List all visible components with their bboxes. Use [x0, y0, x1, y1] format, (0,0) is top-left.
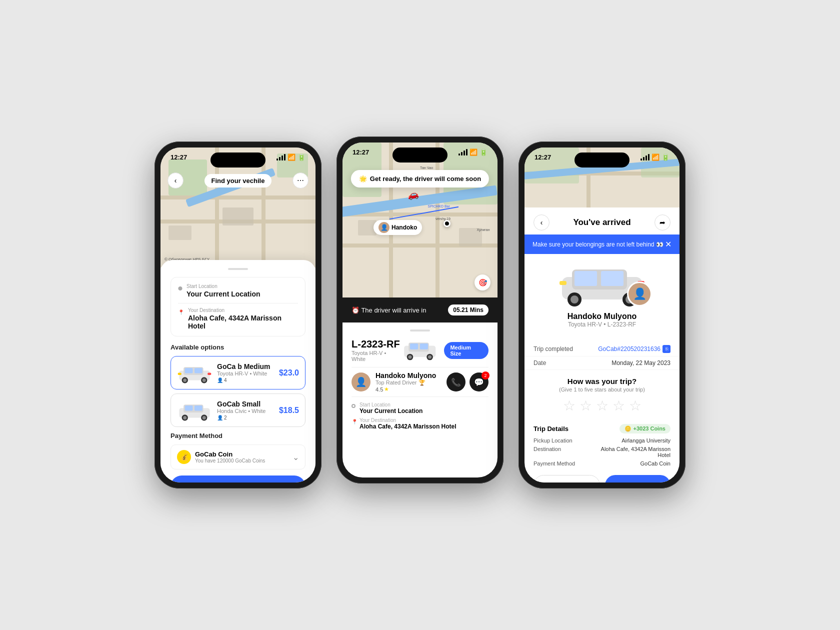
stars: ☆ ☆ ☆ ☆ ☆: [534, 398, 670, 414]
payment-value-p3: GoCab Coin: [640, 460, 670, 466]
driver-tag: Top Rated Driver 🏆: [376, 380, 446, 386]
payment-row[interactable]: 💰 GoCab Coin You have 120000 GoCab Coins…: [170, 444, 306, 470]
dynamic-island: [210, 152, 266, 168]
time-p2: 12:27: [352, 148, 369, 156]
chat-btn[interactable]: 💬 2: [470, 372, 488, 392]
svg-point-23: [408, 355, 412, 358]
download-bill-button[interactable]: Download Bill: [605, 475, 670, 482]
notif-badge: 2: [482, 372, 490, 380]
call-btn[interactable]: 📞: [446, 372, 466, 392]
available-label: Available options: [170, 344, 306, 351]
drag-handle-p2: [410, 330, 430, 332]
p3-driver-section: 👤 Handoko Mulyono Toyota HR-V • L-2323-R…: [524, 254, 680, 342]
td-title: Trip Details: [534, 425, 568, 432]
copy-icon[interactable]: ⎘: [662, 345, 670, 353]
vehicle-img-1: [177, 399, 212, 422]
compass[interactable]: 🎯: [474, 274, 490, 290]
plate-number: L-2323-RF: [352, 338, 400, 350]
svg-point-31: [570, 296, 578, 304]
p3-driver-avatar: 👤: [627, 282, 652, 306]
loc-dot: [352, 404, 356, 408]
destination-row: Destination Aloha Cafe, 4342A Marisson H…: [534, 446, 670, 458]
p2-start-value: Your Current Location: [360, 408, 422, 414]
payment-info: GoCab Coin You have 120000 GoCab Coins: [195, 450, 265, 464]
vehicle-name-1: GoCab Small: [217, 400, 274, 408]
drag-handle: [228, 268, 248, 270]
phone2-status-bar: 12:27 📶 🔋: [342, 142, 498, 159]
vehicle-sub-1: Honda Civic • White: [217, 408, 274, 414]
share-btn-p3[interactable]: ➦: [654, 214, 670, 230]
phone1-status-bar: 12:27 📶 🔋: [160, 148, 316, 164]
p3-bottom-btns: Back to home Download Bill: [524, 469, 680, 482]
date-value: Monday, 22 May 2023: [612, 360, 670, 366]
arrival-emoji: 🌟: [359, 175, 367, 182]
driver-arrival-bar: ⏰ The driver will arrive in 05.21 Mins: [342, 298, 498, 322]
alert-banner: Make sure your belongings are not left b…: [524, 234, 680, 254]
payment-left: 💰 GoCab Coin You have 120000 GoCab Coins: [177, 450, 265, 464]
dest-label: Your Destination: [188, 308, 298, 313]
location-section: ⬤ Start Location Your Current Location 📍…: [170, 277, 306, 336]
back-btn-p3[interactable]: ‹: [534, 214, 550, 230]
phone1-bottom-card: ⬤ Start Location Your Current Location 📍…: [160, 260, 316, 482]
vehicle-price-0: $23.0: [279, 368, 299, 378]
p2-dest-value: Aloha Cafe, 4342A Marisson Hotel: [360, 423, 456, 430]
phone-2: 🚗 👤 Handoko 🎯 Тан Чао vershy.19 Хулиган …: [336, 136, 504, 484]
destination-dot: [444, 220, 450, 227]
svg-rect-3: [194, 368, 202, 374]
vehicle-info-1: GoCab Small Honda Civic • White 👤2: [217, 400, 274, 420]
star-1[interactable]: ☆: [563, 398, 576, 414]
trip-details-section: Trip Details 🪙 +3023 Coins Pickup Locati…: [524, 419, 680, 466]
vehicle-price-1: $18.5: [279, 406, 299, 415]
vehicle-info-0: GoCa b Medium Toyota HR-V • White 👤4: [217, 362, 274, 383]
driver-pin: 👤 Handoko: [374, 220, 422, 235]
vehicle-card-1[interactable]: GoCab Small Honda Civic • White 👤2 $18.5: [170, 394, 306, 427]
svg-rect-20: [410, 344, 418, 350]
p3-driver-car: Toyota HR-V • L-2323-RF: [568, 321, 636, 328]
payment-label-p3: Payment Method: [534, 460, 575, 466]
phone-1: © Обновление НРБ БГУ 12:27 📶 �: [154, 142, 322, 488]
date-label: Date: [534, 360, 546, 366]
alert-msg: Make sure your belongings are not left b…: [532, 241, 664, 248]
trip-completed-row: Trip completed GoCab#220520231636 ⎘: [524, 342, 680, 356]
star-4[interactable]: ☆: [612, 398, 625, 414]
driver-rating: 4.5 ★: [376, 386, 446, 392]
star-5[interactable]: ☆: [629, 398, 642, 414]
find-driver-button[interactable]: Find Driver: [170, 476, 306, 482]
star-2[interactable]: ☆: [580, 398, 592, 414]
p2-dest-row: 📍 Your Destination Aloha Cafe, 4342A Mar…: [352, 418, 488, 430]
loc-pin: 📍: [352, 419, 356, 424]
time: 12:27: [170, 154, 187, 161]
phone3-status-bar: 12:27 📶 🔋: [524, 148, 680, 164]
star-3[interactable]: ☆: [596, 398, 608, 414]
phone2-map: 🚗 👤 Handoko 🎯 Тан Чао vershy.19 Хулиган …: [342, 142, 498, 298]
close-alert[interactable]: ✕: [665, 240, 672, 249]
menu-btn-p1[interactable]: ⋯: [292, 172, 308, 188]
p2-dest-info: Your Destination Aloha Cafe, 4342A Maris…: [360, 418, 456, 430]
status-icons: 📶 🔋: [276, 154, 306, 161]
p3-header: ‹ You've arrived ➦: [524, 208, 680, 234]
phone1-map: © Обновление НРБ БГУ 12:27 📶 �: [160, 148, 316, 268]
rating-section: How was your trip? (Give 1 to five stars…: [524, 370, 680, 419]
pickup-label: Pickup Location: [534, 438, 572, 444]
svg-point-15: [183, 416, 186, 420]
svg-rect-34: [560, 281, 566, 285]
svg-point-17: [202, 416, 206, 420]
time-p3: 12:27: [534, 154, 551, 161]
driver-name-p2: Handoko Mulyono: [376, 372, 446, 380]
coin-icon: 💰: [177, 450, 191, 464]
vehicle-capacity-0: 👤4: [217, 378, 274, 383]
arrival-msg: Get ready, the driver will come soon: [370, 175, 481, 182]
payment-chevron: ⌄: [292, 452, 299, 462]
plate-row: L-2323-RF Toyota HR-V • White: [352, 338, 488, 362]
back-to-home-button[interactable]: Back to home: [534, 475, 600, 482]
svg-point-25: [428, 355, 432, 358]
back-btn-p1[interactable]: ‹: [168, 172, 184, 188]
vehicle-card-0[interactable]: GoCa b Medium Toyota HR-V • White 👤4 $23…: [170, 356, 306, 390]
p2-start-info: Start Location Your Current Location: [360, 402, 422, 414]
payment-label: Payment Method: [170, 432, 306, 440]
car-icon-map: 🚗: [406, 188, 419, 200]
svg-point-5: [183, 378, 186, 382]
svg-rect-13: [194, 406, 202, 411]
phone1-header-title: Find your vechile: [204, 174, 272, 188]
svg-rect-12: [185, 406, 193, 411]
